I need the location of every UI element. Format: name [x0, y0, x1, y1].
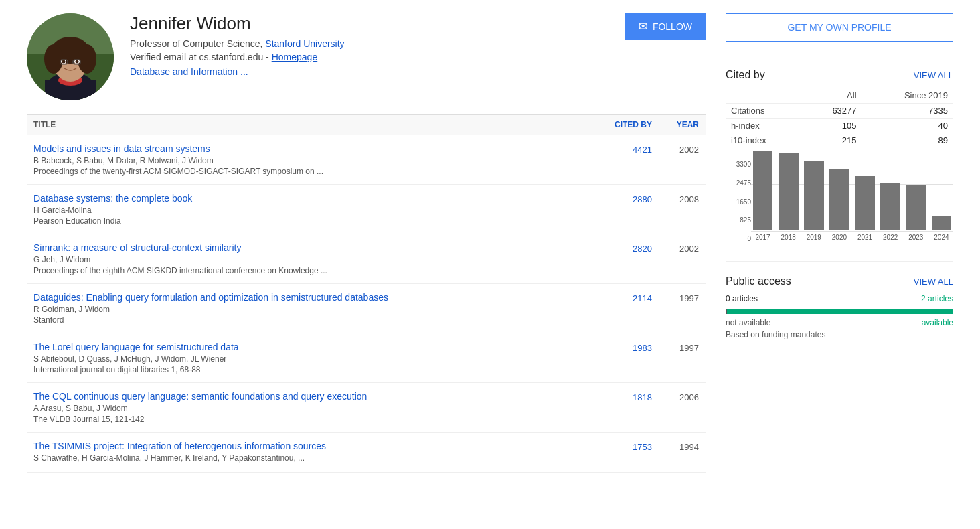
- table-row: The CQL continuous query language: seman…: [27, 383, 706, 433]
- chart-container: 3300 2475 1650 825 0 2017: [726, 161, 953, 254]
- pub-authors: S Chawathe, H Garcia-Molina, J Hammer, K…: [33, 453, 585, 463]
- chart-bar-group: 2020: [827, 161, 851, 242]
- chart-year-label: 2020: [832, 234, 847, 241]
- pub-title-col: The TSIMMIS project: Integration of hete…: [27, 441, 585, 464]
- col-year-header: YEAR: [652, 120, 706, 129]
- follow-button-label: FOLLOW: [653, 21, 692, 32]
- chart-year-label: 2018: [781, 234, 796, 241]
- pub-title-col: Simrank: a measure of structural-context…: [27, 242, 585, 275]
- chart-bar-group: 2019: [802, 161, 825, 242]
- cited-by-view-all-link[interactable]: VIEW ALL: [914, 70, 953, 80]
- stats-row: h-index 105 40: [726, 119, 953, 133]
- stats-table: All Since 2019 Citations 63277 7335 h-in…: [726, 88, 953, 147]
- pub-title-link[interactable]: The Lorel query language for semistructu…: [33, 342, 585, 352]
- chart-bar: [906, 185, 926, 230]
- pub-cited-by[interactable]: 1818: [585, 391, 652, 402]
- divider-2: [726, 261, 953, 262]
- publications-table: TITLE CITED BY YEAR Models and issues in…: [27, 114, 706, 473]
- public-access-header: Public access VIEW ALL: [726, 275, 953, 287]
- chart-year-label: 2021: [858, 234, 872, 241]
- chart-bar: [932, 216, 952, 230]
- table-row: Simrank: a measure of structural-context…: [27, 234, 706, 284]
- profile-title: Professor of Computer Science, Stanford …: [130, 38, 609, 49]
- pub-authors: G Jeh, J Widom: [33, 255, 585, 264]
- profile-name: Jennifer Widom: [130, 13, 609, 34]
- avatar: [27, 13, 114, 100]
- pub-cited-by[interactable]: 1983: [585, 342, 652, 353]
- chart-bars: 2017 2018 2019 2020 2021 2022 2023 2024: [751, 161, 953, 254]
- pub-year: 2002: [652, 143, 706, 155]
- follow-button[interactable]: ✉ FOLLOW: [625, 13, 706, 40]
- page-wrapper: Jennifer Widom Professor of Computer Sci…: [0, 0, 980, 486]
- stats-all-header: All: [803, 88, 862, 104]
- profile-interests: Database and Information ...: [130, 66, 609, 77]
- pub-title-link[interactable]: Models and issues in data stream systems: [33, 143, 585, 154]
- svg-point-12: [76, 60, 79, 64]
- homepage-link[interactable]: Homepage: [272, 52, 318, 62]
- access-note: Based on funding mandates: [726, 330, 953, 339]
- stats-all-value: 63277: [803, 104, 862, 119]
- pub-venue: Proceedings of the eighth ACM SIGKDD int…: [33, 266, 585, 275]
- chart-year-label: 2017: [755, 234, 770, 241]
- cited-by-title: Cited by: [726, 69, 765, 81]
- y-label-1650: 1650: [736, 198, 751, 206]
- pub-year: 1994: [652, 441, 706, 452]
- table-row: Dataguides: Enabling query formulation a…: [27, 284, 706, 333]
- y-axis: 3300 2475 1650 825 0: [726, 161, 751, 254]
- main-content: Jennifer Widom Professor of Computer Sci…: [27, 13, 706, 473]
- public-access-view-all[interactable]: VIEW ALL: [914, 277, 953, 287]
- pub-title-link[interactable]: Simrank: a measure of structural-context…: [33, 242, 585, 253]
- not-available-label: not available: [726, 318, 770, 327]
- pub-title-link[interactable]: Dataguides: Enabling query formulation a…: [33, 292, 585, 303]
- pub-cited-by[interactable]: 4421: [585, 143, 652, 155]
- pub-year: 2002: [652, 242, 706, 254]
- stats-all-value: 215: [803, 133, 862, 148]
- pub-cited-by[interactable]: 2880: [585, 193, 652, 204]
- svg-point-10: [62, 60, 66, 64]
- stats-label: i10-index: [726, 133, 803, 148]
- pub-venue: The VLDB Journal 15, 121-142: [33, 414, 585, 424]
- svg-point-7: [44, 44, 63, 74]
- pub-title-col: Dataguides: Enabling query formulation a…: [27, 292, 585, 325]
- pub-venue: Pearson Education India: [33, 216, 585, 226]
- access-labels: not available available: [726, 318, 953, 327]
- chart-bar: [804, 161, 824, 230]
- pub-year: 1997: [652, 342, 706, 353]
- chart-bar-group: 2022: [879, 161, 902, 242]
- pub-title-link[interactable]: Database systems: the complete book: [33, 193, 585, 204]
- table-row: Models and issues in data stream systems…: [27, 135, 706, 185]
- chart-year-label: 2023: [908, 234, 923, 241]
- pub-authors: A Arasu, S Babu, J Widom: [33, 404, 585, 413]
- publications-list: Models and issues in data stream systems…: [27, 135, 706, 473]
- profile-email: Verified email at cs.stanford.edu - Home…: [130, 52, 609, 62]
- chart-bar: [753, 151, 773, 230]
- profile-header: Jennifer Widom Professor of Computer Sci…: [27, 13, 706, 114]
- avatar-image: [27, 13, 114, 100]
- available-bar: [727, 309, 953, 314]
- stats-tbody: Citations 63277 7335 h-index 105 40 i10-…: [726, 104, 953, 148]
- pub-cited-by[interactable]: 2820: [585, 242, 652, 254]
- university-link[interactable]: Stanford University: [265, 38, 344, 49]
- access-counts: 0 articles 2 articles: [726, 294, 953, 303]
- chart-bar: [880, 183, 900, 230]
- pub-venue: International journal on digital librari…: [33, 365, 585, 374]
- pub-title-link[interactable]: The TSIMMIS project: Integration of hete…: [33, 441, 585, 451]
- y-label-2475: 2475: [736, 179, 751, 187]
- stats-empty-header: [726, 88, 803, 104]
- svg-point-8: [78, 44, 96, 74]
- col-title-header: TITLE: [27, 120, 585, 129]
- stats-label: Citations: [726, 104, 803, 119]
- pub-cited-by[interactable]: 2114: [585, 292, 652, 303]
- pub-cited-by[interactable]: 1753: [585, 441, 652, 452]
- interests-link[interactable]: Database and Information ...: [130, 66, 248, 77]
- pub-authors: H Garcia-Molina: [33, 206, 585, 215]
- profile-info: Jennifer Widom Professor of Computer Sci…: [130, 13, 609, 77]
- y-label-825: 825: [740, 216, 751, 224]
- table-row: The TSIMMIS project: Integration of hete…: [27, 433, 706, 473]
- pub-title-link[interactable]: The CQL continuous query language: seman…: [33, 391, 585, 402]
- pub-venue: Stanford: [33, 315, 585, 325]
- chart-bar-group: 2024: [930, 161, 953, 242]
- pub-authors: S Abiteboul, D Quass, J McHugh, J Widom,…: [33, 354, 585, 364]
- get-profile-button[interactable]: GET MY OWN PROFILE: [726, 13, 953, 42]
- stats-label: h-index: [726, 119, 803, 133]
